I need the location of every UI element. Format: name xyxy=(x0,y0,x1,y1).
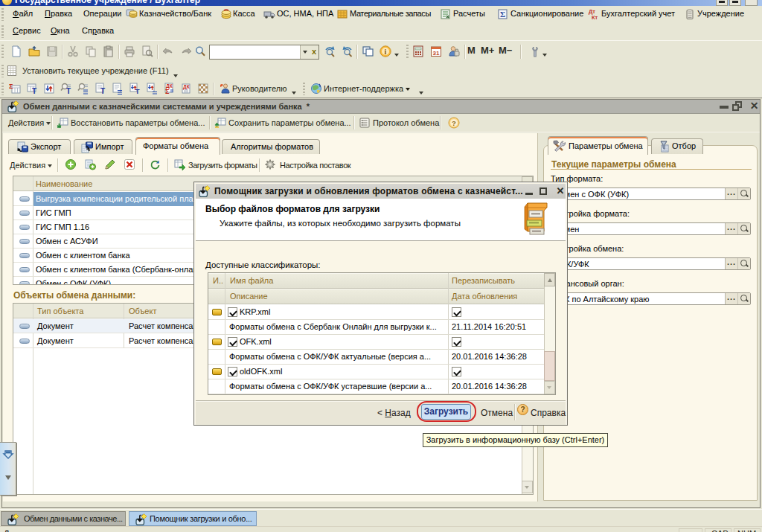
svg-text:T: T xyxy=(66,87,71,94)
svg-text:T: T xyxy=(100,87,105,94)
svg-text:T: T xyxy=(32,87,36,94)
svg-text:Σ: Σ xyxy=(9,83,13,90)
svg-text:ДК: ДК xyxy=(183,84,190,90)
svg-text:Σ: Σ xyxy=(165,88,170,94)
svg-text:T: T xyxy=(135,88,140,94)
